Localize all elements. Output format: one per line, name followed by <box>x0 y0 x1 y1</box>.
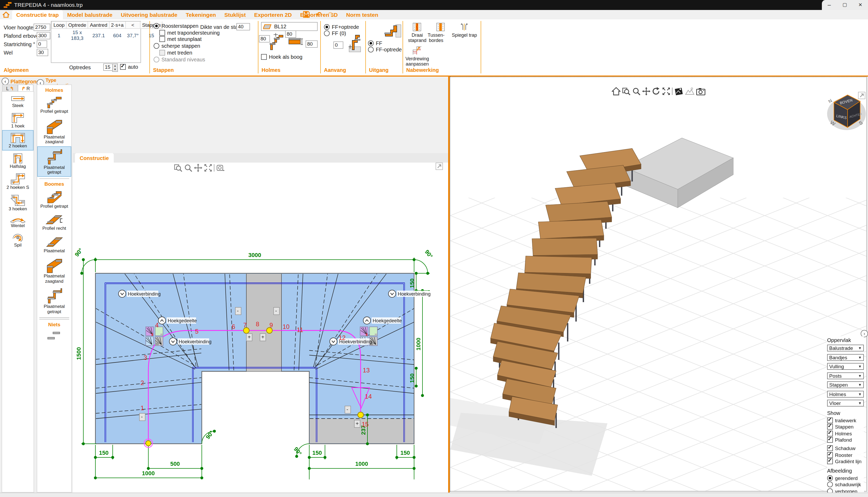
aanvang-value-input[interactable]: 0 <box>333 41 343 49</box>
plan-type-3hoeken[interactable]: 3 hoeken <box>2 192 33 213</box>
ff-plus-optrede-radio[interactable] <box>324 24 330 30</box>
remove-step-button[interactable]: - <box>345 406 351 413</box>
minimize-button[interactable]: – <box>828 2 831 8</box>
plafond-checkbox[interactable] <box>827 437 833 443</box>
hoek-als-boog-checkbox[interactable] <box>261 54 267 60</box>
met-treden-checkbox[interactable] <box>159 50 165 56</box>
rotate-icon[interactable] <box>652 87 660 96</box>
plan-type-1hoek[interactable]: 1 hoek <box>2 110 33 130</box>
verdrewing-aanpassen-icon[interactable] <box>412 46 422 55</box>
plan-type-2hoekens[interactable]: 2 hoeken S <box>2 170 33 192</box>
spiegel-trap-button[interactable]: Spiegel trap <box>450 32 479 38</box>
zoom-window-icon[interactable] <box>622 87 631 96</box>
redo-icon[interactable]: ↷ <box>328 11 334 18</box>
remove-step-button[interactable]: - <box>139 413 145 421</box>
hoekverbinding-label[interactable]: Hoekverbinding <box>118 290 161 297</box>
traliewerk-checkbox[interactable] <box>827 417 833 423</box>
add-step-button[interactable]: + <box>246 333 252 341</box>
add-step-button[interactable]: + <box>260 333 266 341</box>
view-cube[interactable]: N W S BOVEN LINKS ACHTER <box>826 89 867 132</box>
home-icon[interactable] <box>612 87 621 96</box>
surface-select-posts[interactable]: Posts▼ <box>827 372 864 379</box>
tab-exporteren-2d[interactable]: Exporteren 2D <box>250 10 296 19</box>
hoekverbinding-label[interactable]: Hoekverbinding <box>388 290 431 297</box>
tab-stuklijst[interactable]: Stuklijst <box>220 10 250 19</box>
zoom-icon[interactable] <box>632 87 641 96</box>
surface-select-bandjes[interactable]: Bandjes▼ <box>827 354 864 360</box>
tab-constructie-view[interactable]: Constructie <box>75 153 114 162</box>
ff-0-radio[interactable] <box>324 30 330 36</box>
plan-type-2hoeken[interactable]: 2 hoeken <box>2 130 33 150</box>
hoekverbinding-label[interactable]: Hoekverbinding <box>330 338 372 345</box>
tab-norm-testen[interactable]: Norm testen <box>342 10 383 19</box>
boom-profiel-recht[interactable]: Profiel recht <box>37 210 71 233</box>
save-icon[interactable] <box>303 11 310 18</box>
maximize-button[interactable]: ▢ <box>842 2 847 8</box>
standaard-niveaus-radio[interactable] <box>153 57 159 62</box>
plan-type-halfslag[interactable]: Halfslag <box>2 150 33 170</box>
holmes-checkbox[interactable] <box>827 430 833 436</box>
tab-constructie-trap[interactable]: Constructie trap <box>12 10 63 19</box>
roosterstappen-radio[interactable] <box>153 23 159 29</box>
close-button[interactable]: × <box>858 1 862 9</box>
ff-radio[interactable] <box>368 40 374 46</box>
schaduwrijk-radio[interactable] <box>827 482 833 487</box>
boom-plaatmetal-getrapt[interactable]: Plaatmetal getrapt <box>37 285 71 316</box>
pan-icon[interactable] <box>642 87 650 96</box>
trapondersteuning-checkbox[interactable] <box>159 30 165 36</box>
niets-item[interactable] <box>37 328 71 343</box>
plafond-erboven-input[interactable]: 300 <box>37 32 50 39</box>
ff-min-optrede-radio[interactable] <box>368 47 374 53</box>
wel-input[interactable]: 30 <box>37 49 48 56</box>
plan-type-wentel[interactable]: Wentel <box>2 213 33 230</box>
add-step-button[interactable]: + <box>354 420 360 427</box>
holm-dim2-input[interactable]: 80 <box>285 30 296 38</box>
loop-table[interactable]: Loop Optrede Aantred 2·s+a < Stappen 1 1… <box>51 21 141 63</box>
undo-icon[interactable]: ↶ <box>316 11 322 18</box>
walkline-start-handle[interactable] <box>146 441 151 446</box>
panel-divider[interactable] <box>448 76 450 493</box>
vloer-hoogte-input[interactable]: 2750 <box>33 24 50 31</box>
tab-model-balustrade[interactable]: Model balustrade <box>63 10 117 19</box>
auto-checkbox[interactable] <box>120 64 126 70</box>
environment-icon[interactable] <box>685 87 694 96</box>
draai-staprand-icon[interactable] <box>412 23 422 31</box>
boom-profiel-getrapt[interactable]: Profiel getrapt <box>37 187 71 210</box>
holm-plaatmetal-zaagtand[interactable]: Plaatmetal zaagtand <box>37 116 71 146</box>
holm-dim3-input[interactable]: 80 <box>306 40 318 48</box>
stepper-arrows[interactable]: ▲▼ <box>112 63 118 72</box>
surface-select-vulling[interactable]: Vulling▼ <box>827 363 864 370</box>
plan-type-spil[interactable]: Spil <box>2 230 33 249</box>
surface-select-balustrade[interactable]: Balustrade▼ <box>827 345 864 352</box>
holm-plaatmetal-getrapt[interactable]: Plaatmetal getrapt <box>37 146 71 176</box>
gradient-lijn-checkbox[interactable] <box>827 458 833 464</box>
holm-profile-select[interactable]: BL12 <box>261 22 318 31</box>
steunplaat-checkbox[interactable] <box>159 36 165 42</box>
verdrewing-aanpassen-button[interactable]: Verdrewing aanpassen <box>402 56 432 67</box>
holm-profiel-getrapt[interactable]: Profiel getrapt <box>37 94 71 116</box>
boom-plaatmetal-zaagtand[interactable]: Plaatmetal zaagtand <box>37 255 71 285</box>
scherpe-stappen-radio[interactable] <box>153 43 159 49</box>
home-icon[interactable] <box>0 10 12 19</box>
plan-type-steek[interactable]: Steek <box>2 92 33 110</box>
scene-3d[interactable] <box>450 77 866 491</box>
remove-step-button[interactable]: - <box>235 307 241 315</box>
schaduw-checkbox[interactable] <box>827 445 833 451</box>
remove-step-button[interactable]: - <box>274 307 279 315</box>
surface-select-vloer[interactable]: Vloer▼ <box>827 400 864 407</box>
hoekgedeelte-label[interactable]: Hoekgedeelte <box>158 317 197 324</box>
surface-select-holmes[interactable]: Holmes▼ <box>827 390 864 397</box>
rooster-checkbox[interactable] <box>827 452 833 458</box>
surface-select-stappen[interactable]: Stappen▼ <box>827 381 864 388</box>
tussen-bordes-button[interactable]: Tussen-bordes <box>422 32 451 43</box>
tussen-bordes-icon[interactable] <box>436 23 445 31</box>
hoekgedeelte-label[interactable]: Hoekgedeelte <box>363 317 402 324</box>
walkline-end-handle[interactable] <box>358 412 364 418</box>
background-image-icon[interactable] <box>674 87 683 96</box>
boom-plaatmetal[interactable]: Plaatmetal <box>37 233 71 255</box>
dikte-input[interactable]: 40 <box>236 23 250 30</box>
camera-icon[interactable] <box>696 87 706 95</box>
spiegel-trap-icon[interactable] <box>459 23 470 31</box>
stappen-checkbox[interactable] <box>827 424 833 430</box>
zoom-fit-icon[interactable] <box>662 87 671 96</box>
